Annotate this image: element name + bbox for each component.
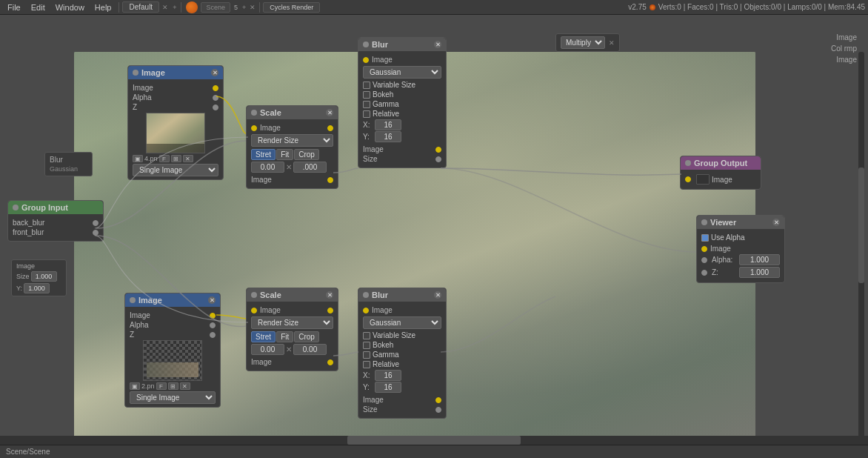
- node-group-input-header[interactable]: Group Input: [8, 201, 103, 214]
- h-scrollbar-thumb[interactable]: [347, 436, 521, 445]
- socket-image-out[interactable]: [435, 147, 441, 153]
- node-close[interactable]: ✕: [211, 69, 218, 76]
- node-image-top[interactable]: Image ✕ Image Alpha Z ▣: [127, 65, 224, 180]
- scale-b-dropdown[interactable]: Render Size: [251, 316, 333, 329]
- node-close[interactable]: ✕: [326, 291, 333, 299]
- node-group-input[interactable]: Group Input back_blur front_blur: [7, 200, 104, 242]
- socket-image-b-out[interactable]: [210, 313, 216, 319]
- multiply-close[interactable]: ✕: [609, 39, 615, 47]
- node-close[interactable]: ✕: [208, 296, 216, 304]
- btn-stretch[interactable]: Stret: [251, 149, 276, 160]
- socket-image-in[interactable]: [363, 57, 369, 63]
- node-scale-bottom[interactable]: Scale ✕ Image Render Size Stret Fit Crop: [246, 288, 338, 371]
- socket-size-out[interactable]: [435, 156, 441, 162]
- right-scrollbar[interactable]: [858, 52, 864, 437]
- scale-b-x-field[interactable]: [251, 344, 284, 355]
- btn-b-fit[interactable]: Fit: [276, 331, 293, 342]
- node-image-bottom[interactable]: Image ✕ Image Alpha Z ▣ 2.pn: [124, 293, 221, 408]
- img-icon1[interactable]: ▣: [133, 155, 143, 162]
- blur-b-x-field[interactable]: [375, 370, 401, 381]
- alpha-value-field[interactable]: [739, 254, 780, 265]
- img-icon2[interactable]: F: [159, 155, 170, 162]
- blur-dropdown[interactable]: Gaussian: [363, 66, 441, 79]
- socket-alpha-b-out[interactable]: [210, 322, 216, 328]
- scale-y-field[interactable]: [293, 162, 327, 173]
- socket-out-2[interactable]: [327, 177, 333, 183]
- format-dropdown-b[interactable]: Single Image: [130, 391, 216, 404]
- layout-dropdown[interactable]: Default: [122, 1, 159, 13]
- node-image-top-header[interactable]: Image ✕: [128, 66, 223, 79]
- node-blur-top[interactable]: Blur ✕ Image Gaussian Variable Size Boke…: [358, 37, 447, 168]
- socket-go-in[interactable]: [685, 176, 691, 182]
- node-close[interactable]: ✕: [434, 291, 441, 299]
- node-viewer-header[interactable]: Viewer ✕: [697, 216, 784, 229]
- format-dropdown[interactable]: Single Image: [133, 164, 218, 176]
- btn-crop[interactable]: Crop: [294, 149, 319, 160]
- img-b-icon3[interactable]: ⊞: [168, 382, 178, 390]
- menu-window[interactable]: Window: [51, 1, 89, 13]
- node-blur-top-header[interactable]: Blur ✕: [358, 38, 446, 51]
- socket-z-out[interactable]: [213, 104, 218, 110]
- socket-b-out[interactable]: [327, 308, 333, 313]
- btn-fit[interactable]: Fit: [276, 149, 293, 160]
- node-group-output[interactable]: Group Output Image: [680, 156, 761, 190]
- scene-name[interactable]: Scene: [201, 2, 230, 13]
- socket-image-out[interactable]: [327, 125, 333, 131]
- cb-b-relative-box[interactable]: [363, 361, 370, 368]
- socket-viewer-in[interactable]: [701, 246, 707, 252]
- cb-relative-box[interactable]: [363, 110, 370, 118]
- lbp-size-val[interactable]: 1.000: [31, 271, 57, 282]
- cb-b-variable-size-box[interactable]: [363, 332, 370, 339]
- node-close[interactable]: ✕: [326, 109, 333, 116]
- socket-b-image-in[interactable]: [251, 308, 257, 313]
- menu-file[interactable]: File: [3, 1, 25, 13]
- img-b-icon2[interactable]: F: [156, 382, 167, 390]
- socket-b-image-out[interactable]: [435, 397, 441, 403]
- h-scrollbar[interactable]: [0, 436, 868, 445]
- cb-b-bokeh-box[interactable]: [363, 342, 370, 349]
- socket-b-image-in[interactable]: [363, 308, 369, 313]
- menu-edit[interactable]: Edit: [27, 1, 50, 13]
- node-image-bottom-header[interactable]: Image ✕: [125, 293, 220, 307]
- multiply-dropdown[interactable]: Multiply: [561, 36, 605, 49]
- btn-b-crop[interactable]: Crop: [294, 331, 319, 342]
- socket-alpha-in[interactable]: [701, 257, 707, 263]
- img-icon4[interactable]: ✕: [183, 155, 193, 162]
- node-group-output-header[interactable]: Group Output: [681, 156, 761, 170]
- node-close[interactable]: ✕: [434, 41, 441, 48]
- node-scale-bottom-header[interactable]: Scale ✕: [247, 288, 338, 302]
- socket-alpha-out[interactable]: [213, 95, 218, 101]
- node-scale-top[interactable]: Scale ✕ Image Render Size Stret Fit Crop: [246, 105, 338, 189]
- render-engine[interactable]: Cycles Render: [263, 2, 320, 13]
- socket-z-in[interactable]: [701, 270, 707, 276]
- cb-gamma-box[interactable]: [363, 101, 370, 108]
- socket-back-blur[interactable]: [93, 220, 99, 226]
- blur-b-y-field[interactable]: [375, 382, 401, 393]
- img-b-icon4[interactable]: ✕: [180, 382, 190, 390]
- node-scale-top-header[interactable]: Scale ✕: [247, 106, 338, 119]
- node-blur-bottom[interactable]: Blur ✕ Image Gaussian Variable Size Boke…: [358, 288, 447, 419]
- cb-b-gamma-box[interactable]: [363, 351, 370, 359]
- blur-x-field[interactable]: [375, 119, 401, 130]
- socket-b-size-out[interactable]: [435, 407, 441, 413]
- cb-variable-size-box[interactable]: [363, 82, 370, 89]
- blur-b-dropdown[interactable]: Gaussian: [363, 316, 441, 329]
- socket-z-b-out[interactable]: [210, 332, 216, 338]
- lbp-y-val[interactable]: 1.000: [24, 283, 50, 293]
- menu-help[interactable]: Help: [90, 1, 116, 13]
- socket-image-out[interactable]: [213, 85, 218, 91]
- socket-front-blur[interactable]: [93, 230, 99, 236]
- img-b-icon1[interactable]: ▣: [130, 382, 140, 390]
- use-alpha-checkbox[interactable]: [701, 234, 709, 242]
- node-blur-bottom-header[interactable]: Blur ✕: [358, 288, 446, 302]
- scale-dropdown[interactable]: Render Size: [251, 134, 333, 147]
- right-scrollbar-thumb[interactable]: [858, 167, 864, 283]
- blur-y-field[interactable]: [375, 131, 401, 142]
- img-icon3[interactable]: ⊞: [171, 155, 181, 162]
- scale-b-y-field[interactable]: [293, 344, 327, 355]
- scale-x-field[interactable]: [251, 162, 284, 173]
- node-viewer[interactable]: Viewer ✕ Use Alpha Image Alpha: Z:: [696, 215, 785, 283]
- z-value-field[interactable]: [739, 267, 780, 278]
- btn-b-stretch[interactable]: Stret: [251, 331, 276, 342]
- socket-b-out-2[interactable]: [327, 359, 333, 365]
